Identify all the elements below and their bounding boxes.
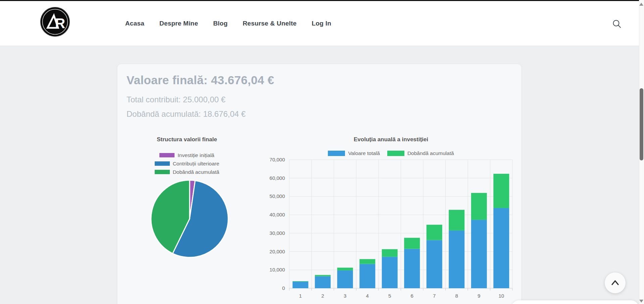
scrollbar-up-arrow[interactable]	[639, 3, 643, 6]
total-contributed-text: Total contribuit: 25.000,00 €	[127, 95, 226, 104]
nav-item-blog[interactable]: Blog	[213, 20, 228, 27]
nav-item-resurse-unelte[interactable]: Resurse & Unelte	[243, 20, 297, 27]
pie-legend-swatch-0	[159, 153, 175, 157]
pie-legend-item-0[interactable]: Investiție inițială	[138, 151, 236, 159]
x-axis-tick-label-4: 4	[366, 293, 369, 299]
ar-logo-icon: R	[40, 7, 70, 37]
logo-letter-r: R	[55, 15, 65, 31]
search-icon	[612, 19, 622, 29]
x-axis-tick-label-10: 10	[498, 293, 504, 299]
chevron-up-icon	[609, 277, 621, 289]
pie-legend-swatch-1	[155, 161, 170, 166]
bar-total-value-year-8[interactable]	[449, 231, 464, 288]
x-axis-tick-label-6: 6	[411, 293, 413, 299]
bar-legend-item-0[interactable]: Valoare totală	[328, 150, 380, 156]
scrollbar-thumb[interactable]	[640, 88, 643, 160]
bar-total-value-year-6[interactable]	[404, 249, 420, 288]
x-axis-tick-label-7: 7	[433, 293, 436, 299]
pie-chart-title: Structura valorii finale	[138, 136, 236, 143]
pie-legend-item-2[interactable]: Dobândă acumulată	[138, 168, 236, 176]
bar-total-value-year-5[interactable]	[382, 257, 398, 288]
bar-legend: Valoare totalăDobândă acumulată	[324, 150, 458, 156]
search-button[interactable]	[611, 18, 623, 30]
x-axis-tick-label-2: 2	[321, 293, 324, 299]
pie-legend-label-0: Investiție inițială	[178, 152, 214, 158]
y-axis-tick-label-4: 40,000	[269, 212, 285, 217]
scroll-to-top-button[interactable]	[605, 272, 626, 293]
main-nav: Acasa Despre Mine Blog Resurse & Unelte …	[125, 1, 331, 46]
x-axis-tick-label-9: 9	[478, 293, 480, 299]
bar-total-value-year-10[interactable]	[493, 208, 509, 288]
bar-interest-year-10[interactable]	[493, 174, 509, 208]
bar-chart-title: Evoluția anuală a investiției	[324, 136, 458, 143]
bar-interest-year-3[interactable]	[337, 268, 353, 270]
x-axis-tick-label-8: 8	[455, 293, 458, 299]
y-axis-tick-label-2: 20,000	[269, 249, 285, 254]
y-axis-tick-label-3: 30,000	[269, 230, 285, 236]
bar-interest-year-7[interactable]	[427, 225, 442, 240]
bar-chart-canvas[interactable]: 010,00020,00030,00040,00050,00060,00070,…	[268, 158, 515, 300]
site-logo-link[interactable]: R	[40, 7, 70, 37]
pie-legend: Investiție inițialăContribuții ulterioar…	[138, 151, 236, 176]
bar-interest-year-8[interactable]	[449, 210, 464, 231]
bar-total-value-year-3[interactable]	[337, 270, 353, 288]
pie-chart-canvas[interactable]	[150, 180, 229, 258]
x-axis-tick-label-1: 1	[299, 293, 302, 299]
bar-legend-label-0: Valoare totală	[348, 150, 380, 156]
bar-interest-year-5[interactable]	[382, 249, 398, 257]
nav-item-log-in[interactable]: Log In	[312, 20, 331, 27]
bar-interest-year-1[interactable]	[293, 281, 308, 282]
pie-legend-item-1[interactable]: Contribuții ulterioare	[138, 159, 236, 168]
bar-total-value-year-9[interactable]	[471, 220, 487, 288]
bar-total-value-year-1[interactable]	[293, 282, 308, 288]
bar-total-value-year-7[interactable]	[427, 240, 442, 288]
x-axis-tick-label-3: 3	[344, 293, 346, 299]
bar-legend-label-1: Dobândă acumulată	[407, 150, 454, 156]
site-header: R Acasa Despre Mine Blog Resurse & Unelt…	[0, 1, 639, 46]
final-value-heading: Valoare finală: 43.676,04 €	[127, 73, 274, 87]
scrollbar-down-arrow[interactable]	[639, 300, 643, 303]
y-axis-tick-label-7: 70,000	[269, 158, 285, 162]
bar-interest-year-2[interactable]	[315, 275, 331, 276]
y-axis-tick-label-6: 60,000	[269, 175, 285, 181]
bar-interest-year-4[interactable]	[359, 259, 375, 264]
bottom-widget	[511, 300, 639, 304]
bar-interest-year-6[interactable]	[404, 238, 420, 249]
y-axis-tick-label-5: 50,000	[269, 193, 285, 199]
nav-item-acasa[interactable]: Acasa	[125, 20, 144, 27]
pie-legend-label-2: Dobândă acumulată	[173, 169, 219, 175]
accumulated-interest-text: Dobândă acumulată: 18.676,04 €	[127, 109, 246, 119]
bar-total-value-year-4[interactable]	[359, 264, 375, 288]
bar-legend-swatch-1	[387, 151, 404, 156]
bar-legend-swatch-0	[328, 151, 345, 156]
y-axis-tick-label-1: 10,000	[269, 267, 285, 272]
bar-total-value-year-2[interactable]	[315, 276, 331, 288]
bar-legend-item-1[interactable]: Dobândă acumulată	[387, 150, 454, 156]
nav-item-despre-mine[interactable]: Despre Mine	[159, 20, 198, 27]
pie-legend-swatch-2	[155, 170, 170, 174]
x-axis-tick-label-5: 5	[388, 293, 391, 299]
bar-interest-year-9[interactable]	[471, 193, 487, 220]
pie-legend-label-1: Contribuții ulterioare	[173, 161, 219, 167]
y-axis-tick-label-0: 0	[282, 285, 285, 291]
page: R Acasa Despre Mine Blog Resurse & Unelt…	[0, 0, 644, 304]
